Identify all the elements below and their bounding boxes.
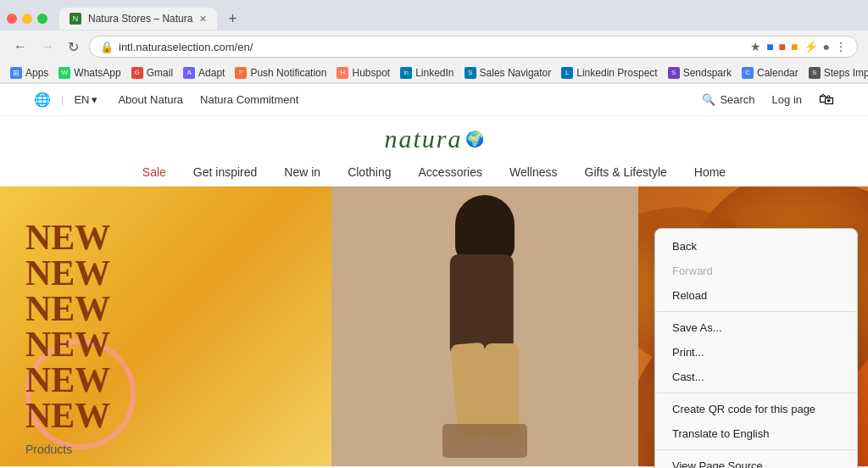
ctx-forward: Forward: [655, 259, 857, 283]
ctx-reload[interactable]: Reload: [655, 283, 857, 308]
profile-icon[interactable]: ●: [823, 40, 830, 53]
minimize-window-button[interactable]: [22, 14, 32, 24]
site-logo[interactable]: natura 🌍: [384, 125, 483, 153]
url-bar[interactable]: 🔒 intl.naturaselection.com/en/ ★ ■ ■ ■ ⚡…: [89, 36, 858, 58]
hubspot-label: Hubspot: [352, 67, 390, 79]
bookmark-calendar[interactable]: C Calendar: [742, 67, 798, 79]
ctx-sep-1: [655, 311, 857, 312]
more-button[interactable]: ⋮: [835, 40, 847, 53]
search-icon: 🔍: [702, 93, 715, 106]
logo-bar: natura 🌍: [0, 116, 868, 159]
language-selector[interactable]: EN ▾: [74, 93, 97, 106]
nav-clothing[interactable]: Clothing: [348, 165, 391, 179]
bookmark-sendspark[interactable]: S Sendspark: [668, 67, 732, 79]
nav-get-inspired[interactable]: Get inspired: [193, 165, 257, 179]
bookmark-gmail[interactable]: G Gmail: [131, 67, 173, 79]
extension-icon-3[interactable]: ■: [791, 40, 798, 53]
extension-icon-2[interactable]: ■: [779, 40, 786, 53]
logo-globe-icon: 🌍: [465, 130, 484, 148]
bookmark-adapt[interactable]: A Adapt: [183, 67, 225, 79]
adapt-label: Adapt: [198, 67, 225, 79]
ctx-print[interactable]: Print...: [655, 340, 857, 365]
url-text: intl.naturaselection.com/en/: [119, 41, 253, 53]
ctx-view-source[interactable]: View Page Source: [655, 454, 857, 468]
bookmark-push[interactable]: P Push Notification: [235, 67, 326, 79]
active-tab[interactable]: N Natura Stores – Natura ✕: [59, 8, 217, 30]
cart-button[interactable]: 🛍: [819, 91, 834, 109]
bookmark-linkedin-prospect[interactable]: L Linkedin Prospect: [561, 67, 657, 79]
bookmark-sales-nav[interactable]: S Sales Navigator: [465, 67, 552, 79]
ctx-sep-3: [655, 449, 857, 450]
url-bar-icons: ★ ■ ■ ■ ⚡ ● ⋮: [750, 40, 847, 53]
linkedin-icon: in: [400, 67, 412, 79]
sales-nav-icon: S: [465, 67, 476, 79]
tab-bar: N Natura Stores – Natura ✕ +: [0, 0, 868, 31]
search-label: Search: [720, 93, 754, 106]
calendar-icon: C: [742, 67, 754, 79]
nav-home[interactable]: Home: [694, 165, 726, 179]
ctx-cast[interactable]: Cast...: [655, 365, 857, 389]
maximize-window-button[interactable]: [37, 14, 47, 24]
ctx-translate[interactable]: Translate to English: [655, 421, 857, 446]
extension-icon-1[interactable]: ■: [766, 40, 773, 53]
back-button[interactable]: ←: [10, 37, 31, 56]
sendspark-icon: S: [668, 67, 680, 79]
about-link[interactable]: About Natura: [118, 93, 183, 106]
top-bar-left: 🌐 | EN ▾ About Natura Natura Commitment: [34, 92, 298, 108]
new-tab-button[interactable]: +: [220, 7, 244, 31]
commitment-link[interactable]: Natura Commitment: [200, 93, 298, 106]
extensions-button[interactable]: ⚡: [804, 40, 818, 53]
bookmark-linkedin[interactable]: in LinkedIn: [400, 67, 453, 79]
push-label: Push Notification: [250, 67, 326, 79]
window-controls: [7, 14, 47, 24]
main-navigation: Sale Get inspired New in Clothing Access…: [0, 159, 868, 187]
nav-wellness[interactable]: Wellness: [509, 165, 558, 179]
close-window-button[interactable]: [7, 14, 17, 24]
apps-icon: ⊞: [10, 67, 22, 79]
bookmark-steps[interactable]: S Steps Imple: [809, 67, 868, 79]
calendar-label: Calendar: [757, 67, 798, 79]
nav-sale[interactable]: Sale: [142, 165, 166, 179]
login-button[interactable]: Log in: [772, 93, 802, 106]
apps-label: Apps: [25, 67, 48, 79]
gmail-label: Gmail: [147, 67, 173, 79]
ctx-back[interactable]: Back: [655, 234, 857, 259]
products-label: Products: [25, 443, 72, 456]
ctx-qr-code[interactable]: Create QR code for this page: [655, 397, 857, 421]
search-button[interactable]: 🔍 Search: [702, 93, 754, 106]
push-icon: P: [235, 67, 247, 79]
linkedin-prospect-label: Linkedin Prospect: [576, 67, 657, 79]
steps-label: Steps Imple: [824, 67, 868, 79]
hero-panel-new: NEW NEW NEW NEW NEW NEW Products: [0, 187, 331, 466]
whatsapp-label: WhatsApp: [74, 67, 120, 79]
star-icon[interactable]: ★: [750, 40, 761, 53]
nav-new-in[interactable]: New in: [284, 165, 320, 179]
hero-panel-person: [331, 187, 638, 466]
ctx-sep-2: [655, 393, 857, 393]
top-utility-bar: 🌐 | EN ▾ About Natura Natura Commitment …: [0, 84, 868, 116]
reload-button[interactable]: ↻: [64, 37, 82, 57]
new-line-4: NEW: [25, 326, 110, 362]
bookmark-whatsapp[interactable]: W WhatsApp: [58, 67, 120, 79]
person-head: [455, 195, 515, 263]
bookmark-hubspot[interactable]: H Hubspot: [337, 67, 390, 79]
new-line-6: NEW: [25, 398, 110, 433]
sales-nav-label: Sales Navigator: [480, 67, 552, 79]
chair-element: [442, 424, 527, 458]
hubspot-icon: H: [337, 67, 348, 79]
nav-gifts-lifestyle[interactable]: Gifts & Lifestyle: [585, 165, 667, 179]
address-bar: ← → ↻ 🔒 intl.naturaselection.com/en/ ★ ■…: [0, 31, 868, 63]
new-text-block: NEW NEW NEW NEW NEW NEW: [25, 220, 110, 433]
adapt-icon: A: [183, 67, 195, 79]
ctx-save-as[interactable]: Save As...: [655, 315, 857, 340]
divider-1: |: [61, 93, 64, 106]
browser-chrome: N Natura Stores – Natura ✕ + ← → ↻ 🔒 int…: [0, 0, 868, 84]
top-nav-links: About Natura Natura Commitment: [118, 93, 298, 106]
logo-text: natura: [384, 125, 462, 153]
nav-accessories[interactable]: Accessories: [419, 165, 482, 179]
context-menu: Back Forward Reload Save As... Print... …: [654, 228, 858, 468]
forward-button[interactable]: →: [37, 37, 58, 56]
bookmark-apps[interactable]: ⊞ Apps: [10, 67, 48, 79]
tab-close-button[interactable]: ✕: [199, 14, 207, 25]
new-line-2: NEW: [25, 255, 110, 291]
